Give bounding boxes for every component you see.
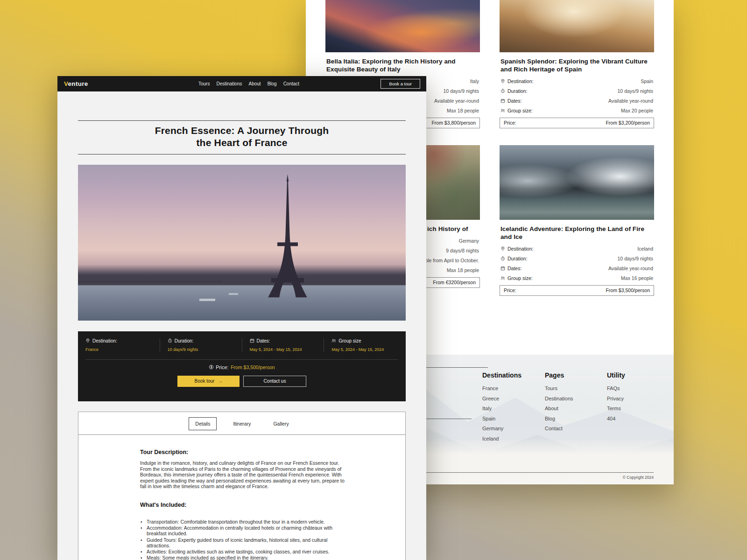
footer-link[interactable]: France	[482, 385, 521, 391]
included-item: Meals: Some meals included as specified …	[140, 555, 345, 560]
nav-link-destinations[interactable]: Destinations	[216, 81, 242, 86]
row-label: Duration:	[507, 88, 528, 94]
footer-link[interactable]: Contact	[545, 426, 573, 431]
row-value: Available year-round	[434, 98, 479, 104]
calendar-icon	[500, 98, 505, 103]
footer-link[interactable]: Blog	[545, 416, 573, 421]
footer-link[interactable]: Germany	[482, 426, 521, 431]
description-text: Indulge in the romance, history, and cul…	[140, 460, 345, 490]
boat	[229, 293, 238, 295]
detail-duration: Duration: 10 days/9 nights	[160, 338, 242, 352]
pin-icon	[85, 338, 90, 343]
card-row-group: Group size: Max 16 people	[500, 273, 654, 283]
calendar-icon	[500, 266, 505, 271]
footer-link[interactable]: Terms	[607, 406, 625, 411]
price-value: From $3,500/person	[231, 364, 275, 370]
pin-icon	[500, 79, 505, 84]
tour-card-iceland[interactable]: Icelandic Adventure: Exploring the Land …	[500, 145, 654, 296]
row-value: Iceland	[637, 246, 653, 252]
people-icon	[331, 338, 336, 343]
footer-column-pages: Pages Tours Destinations About Blog Cont…	[545, 371, 573, 436]
row-value: 10 days/9 nights	[444, 88, 479, 94]
row-label: Destination:	[507, 246, 533, 252]
bridge-silhouette	[78, 281, 222, 282]
tab-gallery[interactable]: Gallery	[267, 418, 295, 430]
boat	[199, 299, 215, 301]
footer-link[interactable]: Greece	[482, 396, 521, 401]
row-value: Max 16 people	[621, 275, 653, 281]
row-value: Italy	[470, 78, 479, 84]
tour-card-title: Spanish Splendor: Exploring the Vibrant …	[500, 58, 653, 74]
card-row-duration: Duration: 10 days/9 nights	[500, 254, 654, 264]
venture-logo[interactable]: Venture	[64, 80, 88, 87]
price-value: From €3200/person	[433, 280, 476, 285]
card-row-duration: Duration: 10 days/9 nights	[500, 86, 654, 96]
row-value: Max 20 people	[621, 108, 653, 113]
people-icon	[500, 276, 505, 280]
footer-link[interactable]: Destinations	[545, 396, 573, 401]
tour-photo-iceland	[500, 145, 654, 220]
card-row-destination: Destination: Spain	[500, 77, 654, 86]
details-divider	[85, 359, 398, 360]
title-rule-bottom	[78, 154, 406, 154]
footer-column-title: Destinations	[482, 371, 521, 379]
card-price-row: Price: From $3,200/person	[500, 118, 654, 128]
row-value: Germany	[459, 238, 479, 244]
footer-column-destinations: Destinations France Greece Italy Spain G…	[482, 371, 521, 446]
row-value: 9 days/8 nights	[446, 248, 479, 253]
clock-icon	[168, 338, 172, 343]
contact-us-button[interactable]: Contact us	[243, 376, 306, 387]
detail-dates: Dates: May 5, 2024 - May 15, 2024	[242, 338, 324, 352]
nav-link-contact[interactable]: Contact	[283, 81, 299, 86]
nav-link-blog[interactable]: Blog	[268, 81, 277, 86]
footer-link[interactable]: About	[545, 406, 573, 411]
footer-link[interactable]: Italy	[482, 406, 521, 411]
tab-itinerary[interactable]: Itinerary	[227, 418, 257, 430]
footer-link[interactable]: Iceland	[482, 436, 521, 441]
footer-link[interactable]: Privacy	[607, 396, 625, 401]
included-item: Guided Tours: Expertly guided tours of i…	[140, 538, 345, 549]
detail-value: 10 days/9 nights	[168, 347, 242, 352]
detail-value: France	[85, 347, 160, 352]
nav-link-about[interactable]: About	[248, 81, 261, 86]
row-value: 10 days/9 nights	[618, 88, 653, 94]
footer-link[interactable]: Tours	[545, 385, 573, 391]
tour-info-card: Details Itinerary Gallery Tour Descripti…	[78, 412, 406, 560]
tour-detail-page: Venture Tours Destinations About Blog Co…	[57, 76, 426, 560]
included-item: Transportation: Comfortable transportati…	[140, 519, 345, 525]
footer-link[interactable]: 404	[607, 416, 625, 421]
description-heading: Tour Description:	[140, 449, 345, 455]
card-row-dates: Dates: Available year-round	[500, 96, 654, 106]
calendar-icon	[250, 338, 254, 343]
price-label: Price:	[216, 364, 228, 370]
row-value: Max 18 people	[447, 267, 479, 273]
pin-icon	[500, 246, 505, 251]
card-row-dates: Dates: Available year-round	[500, 264, 654, 273]
row-label: Group size:	[507, 275, 533, 281]
price-label: Price:	[504, 120, 516, 126]
tab-details[interactable]: Details	[189, 417, 217, 430]
book-a-tour-button[interactable]: Book a tour	[381, 79, 420, 89]
footer-link[interactable]: FAQs	[607, 385, 625, 391]
nav-links: Tours Destinations About Blog Contact	[198, 81, 299, 86]
included-heading: What's Included:	[140, 502, 345, 508]
tour-card-title: Bella Italia: Exploring the Rich History…	[326, 58, 479, 74]
tour-card-spain[interactable]: Spanish Splendor: Exploring the Vibrant …	[500, 0, 654, 128]
card-price-row: Price: From $3,500/person	[500, 285, 654, 296]
row-value: Spain	[641, 78, 653, 84]
footer-column-title: Pages	[545, 371, 573, 379]
price-line: Price:From $3,500/person	[78, 364, 406, 370]
footer-column-utility: Utility FAQs Privacy Terms 404	[607, 371, 625, 426]
top-navbar: Venture Tours Destinations About Blog Co…	[57, 76, 426, 91]
price-value: From $3,200/person	[606, 120, 650, 126]
tour-details-bar: Destination: France Duration: 10 days/9 …	[78, 331, 406, 401]
book-tour-button[interactable]: Book tour→	[177, 376, 240, 387]
row-label: Group size:	[507, 108, 533, 113]
people-icon	[500, 108, 505, 113]
row-label: Destination:	[507, 78, 533, 84]
row-label: Dates:	[507, 266, 521, 271]
footer-link[interactable]: Spain	[482, 416, 521, 421]
detail-group-size: Group size May 5, 2024 - May 15, 2024	[324, 338, 406, 352]
nav-link-tours[interactable]: Tours	[198, 81, 210, 86]
row-value: Available year-round	[608, 266, 653, 271]
